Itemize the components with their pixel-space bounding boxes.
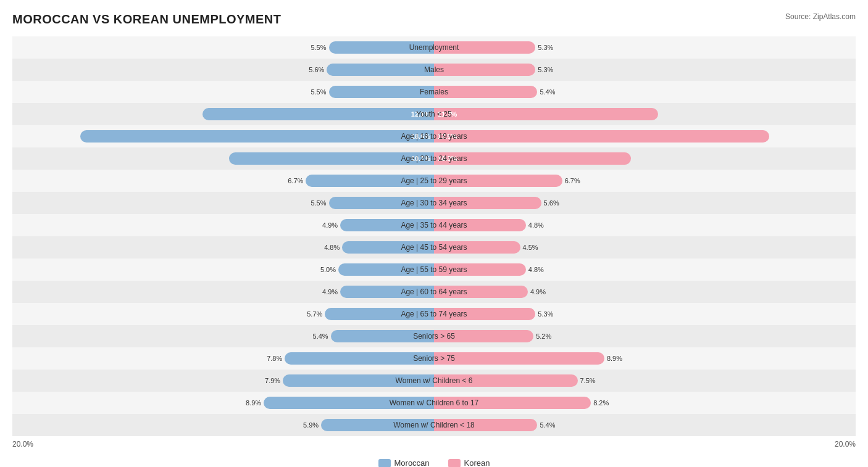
axis-row: 20.0% 20.0%	[12, 437, 856, 451]
moroccan-value: 5.4%	[313, 333, 328, 340]
chart-source: Source: ZipAtlas.com	[785, 12, 856, 21]
chart-header: MOROCCAN VS KOREAN UNEMPLOYMENT Source: …	[12, 12, 856, 27]
legend-korean: Korean	[448, 458, 490, 467]
korean-value: 8.9%	[607, 355, 622, 362]
legend-korean-box	[448, 459, 461, 468]
korean-bar	[434, 397, 591, 409]
moroccan-value: 18.5%	[411, 133, 430, 140]
moroccan-bar	[329, 197, 435, 209]
korean-bar	[434, 64, 535, 76]
legend-korean-label: Korean	[464, 458, 490, 467]
korean-value: 4.9%	[530, 288, 546, 295]
legend-moroccan: Moroccan	[378, 458, 430, 467]
moroccan-bar	[264, 397, 434, 409]
right-section: 4.8%	[434, 217, 856, 234]
korean-bar	[434, 41, 535, 54]
moroccan-bar	[338, 263, 434, 276]
korean-bar	[434, 86, 537, 98]
moroccan-value: 4.8%	[324, 244, 340, 251]
korean-value: 8.2%	[593, 399, 609, 407]
bar-row: 4.9%4.8%Age | 35 to 44 years	[12, 214, 856, 236]
bar-row: 10.7%10.3%Age | 20 to 24 years	[12, 147, 856, 170]
korean-value: 4.8%	[528, 266, 544, 273]
korean-value: 5.4%	[540, 421, 555, 429]
korean-bar	[434, 419, 537, 431]
moroccan-bar	[340, 219, 434, 231]
moroccan-bar	[342, 241, 434, 254]
korean-bar	[434, 263, 526, 276]
left-section: 10.7%	[12, 150, 434, 167]
korean-value: 5.2%	[536, 333, 551, 340]
bar-row: 4.8%4.5%Age | 45 to 54 years	[12, 236, 856, 258]
left-section: 18.5%	[12, 128, 434, 145]
right-section: 4.5%	[434, 239, 856, 256]
bar-row: 7.8%8.9%Seniors > 75	[12, 347, 856, 370]
bar-row: 5.0%4.8%Age | 55 to 59 years	[12, 258, 856, 281]
moroccan-value: 5.5%	[311, 44, 326, 51]
bar-row: 5.9%5.4%Women w/ Children < 18	[12, 414, 856, 436]
left-section: 5.9%	[12, 416, 434, 434]
right-section: 5.2%	[434, 328, 856, 345]
moroccan-value: 6.7%	[288, 177, 303, 184]
legend-moroccan-label: Moroccan	[394, 458, 430, 467]
left-section: 4.9%	[12, 217, 434, 234]
bar-row: 5.4%5.2%Seniors > 65	[12, 325, 856, 347]
moroccan-bar	[229, 152, 434, 165]
left-section: 6.7%	[12, 172, 434, 189]
korean-bar	[434, 197, 541, 209]
bar-row: 18.5%17.5%Age | 16 to 19 years	[12, 125, 856, 147]
left-section: 8.9%	[12, 394, 434, 411]
chart-rows-container: 5.5%5.3%Unemployment5.6%5.3%Males5.5%5.4…	[12, 36, 856, 436]
moroccan-bar	[321, 419, 434, 431]
korean-bar	[434, 175, 562, 187]
right-section: 11.7%	[434, 105, 856, 123]
moroccan-bar	[283, 374, 434, 387]
korean-value: 7.5%	[580, 377, 596, 384]
moroccan-value: 5.5%	[311, 88, 326, 96]
korean-value: 5.6%	[544, 199, 559, 207]
right-section: 8.9%	[434, 350, 856, 367]
right-section: 10.3%	[434, 150, 856, 167]
korean-value: 6.7%	[565, 177, 580, 184]
moroccan-bar	[285, 352, 434, 365]
korean-bar	[434, 241, 520, 254]
korean-bar	[434, 219, 526, 231]
right-section: 5.6%	[434, 194, 856, 212]
left-section: 7.8%	[12, 350, 434, 367]
right-section: 5.3%	[434, 61, 856, 78]
right-section: 5.4%	[434, 83, 856, 101]
korean-value: 4.5%	[523, 244, 538, 251]
korean-value: 5.3%	[538, 66, 553, 73]
korean-value: 17.5%	[438, 133, 457, 140]
korean-value: 5.4%	[540, 88, 555, 96]
korean-bar	[434, 130, 769, 143]
chart-container: MOROCCAN VS KOREAN UNEMPLOYMENT Source: …	[12, 12, 856, 467]
bar-row: 12.1%11.7%Youth < 25	[12, 103, 856, 125]
right-section: 8.2%	[434, 394, 856, 411]
korean-value: 5.3%	[538, 44, 553, 51]
korean-bar	[434, 152, 631, 165]
moroccan-bar	[331, 330, 434, 342]
moroccan-value: 4.9%	[322, 288, 338, 295]
moroccan-value: 10.7%	[411, 155, 430, 162]
korean-value: 10.3%	[438, 155, 457, 162]
left-section: 12.1%	[12, 105, 434, 123]
right-section: 5.3%	[434, 39, 856, 56]
left-section: 5.4%	[12, 328, 434, 345]
moroccan-bar	[329, 86, 435, 98]
moroccan-value: 7.9%	[265, 377, 280, 384]
moroccan-value: 5.0%	[320, 266, 336, 273]
bar-row: 5.6%5.3%Males	[12, 59, 856, 81]
moroccan-bar	[306, 175, 434, 187]
right-section: 17.5%	[434, 128, 856, 145]
moroccan-value: 8.9%	[246, 399, 261, 407]
korean-bar	[434, 286, 528, 298]
legend-moroccan-box	[378, 459, 391, 468]
bar-row: 7.9%7.5%Women w/ Children < 6	[12, 370, 856, 392]
moroccan-value: 4.9%	[322, 221, 338, 229]
right-section: 4.9%	[434, 283, 856, 300]
moroccan-value: 5.5%	[311, 199, 326, 207]
korean-bar	[434, 374, 578, 387]
legend: Moroccan Korean	[12, 458, 856, 467]
right-section: 5.3%	[434, 305, 856, 323]
